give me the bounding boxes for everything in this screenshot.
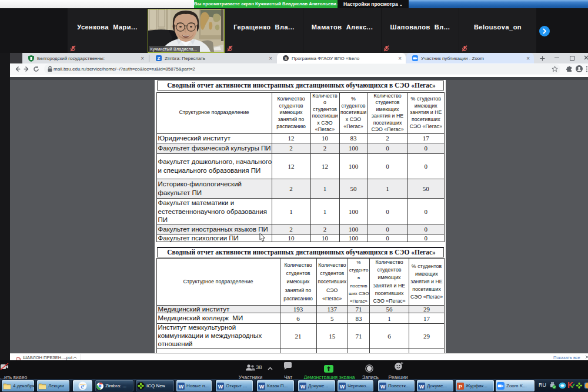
svg-text:K: K xyxy=(567,381,573,389)
svg-text:P: P xyxy=(459,383,462,389)
svg-text:Z: Z xyxy=(158,56,161,61)
svg-text:e: e xyxy=(81,381,85,390)
svg-text:S: S xyxy=(285,56,288,61)
